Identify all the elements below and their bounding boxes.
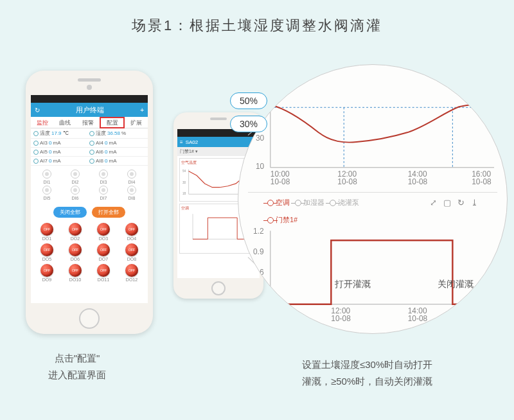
home-button[interactable] — [79, 308, 100, 329]
svg-text:18: 18 — [182, 192, 186, 195]
di-cell: DI1 — [33, 170, 60, 184]
phone-left: ↻ 用户终端 + 监控 曲线 报警 配置 扩展 温度 17.9 ℃ 湿度 36.… — [26, 71, 153, 334]
di-cell: DI3 — [90, 170, 117, 184]
do-button[interactable]: OFFDO2 — [62, 223, 89, 241]
do-button[interactable]: OFFDO3 — [90, 223, 117, 241]
di-cell: DI8 — [118, 186, 145, 200]
sensor-row: AI7 0 mAAI8 0 mA — [31, 157, 148, 166]
di-cell: DI6 — [62, 186, 89, 200]
callout-50: 50% — [230, 92, 267, 109]
do-grid: OFFDO1OFFDO2OFFDO3OFFDO4OFFDO5OFFDO6OFFD… — [31, 220, 148, 284]
tab-bar: 监控 曲线 报警 配置 扩展 — [31, 117, 148, 128]
svg-text:1.2: 1.2 — [253, 227, 264, 236]
tab-extend[interactable]: 扩展 — [125, 117, 148, 128]
refresh-icon[interactable]: ↻ — [35, 107, 40, 114]
control-buttons: 关闭全部 打开全部 — [31, 204, 148, 220]
svg-text:10-08: 10-08 — [331, 314, 351, 323]
annot-open: 打开灌溉 — [335, 279, 371, 290]
svg-text:54: 54 — [182, 170, 186, 173]
do-button[interactable]: OFFDO7 — [90, 243, 117, 261]
do-button[interactable]: OFFDO8 — [118, 243, 145, 261]
phone-left-screen: ↻ 用户终端 + 监控 曲线 报警 配置 扩展 温度 17.9 ℃ 湿度 36.… — [31, 95, 148, 303]
di-cell: DI4 — [118, 170, 145, 184]
svg-text:0.9: 0.9 — [253, 247, 264, 256]
thermo-icon — [33, 131, 39, 136]
svg-text:10-08: 10-08 — [408, 314, 428, 323]
di-cell: DI2 — [62, 170, 89, 184]
chart-state: 1.2 0.9 0.6 0.3 0 12:00 10-08 14:00 10-0… — [248, 227, 497, 324]
close-all-button[interactable]: 关闭全部 — [53, 207, 87, 218]
chart-legend: 空调 加湿器 浇灌泵 ⤢ ▢ ↻ ⤓ — [248, 192, 497, 210]
callout-30: 30% — [230, 116, 267, 132]
chart-humidity: 50 30 10 10:00 10-08 12:00 10-08 14:00 1… — [248, 97, 497, 187]
do-button[interactable]: OFFDO12 — [118, 264, 145, 282]
app-header: ↻ 用户终端 + — [31, 103, 148, 117]
humidity-icon — [89, 131, 94, 136]
header2-title: SA02 — [186, 139, 199, 145]
header-title: 用户终端 — [40, 105, 140, 115]
do-button[interactable]: OFFDO6 — [62, 243, 89, 261]
svg-text:10-08: 10-08 — [408, 177, 428, 186]
do-button[interactable]: OFFDO4 — [118, 223, 145, 241]
sensor-row: AI5 0 mAAI6 0 mA — [31, 148, 148, 157]
refresh-icon[interactable]: ↻ — [457, 198, 465, 207]
do-button[interactable]: OFFDO1 — [33, 223, 60, 241]
svg-text:10: 10 — [256, 162, 265, 171]
annot-close: 关闭灌溉 — [438, 279, 474, 290]
di-cell: DI7 — [90, 186, 117, 200]
do-button[interactable]: OFFDO11 — [90, 264, 117, 282]
tab-curve[interactable]: 曲线 — [54, 117, 77, 128]
zoom-lens: 50 30 10 10:00 10-08 12:00 10-08 14:00 1… — [238, 64, 508, 334]
do-button[interactable]: OFFDO10 — [62, 264, 89, 282]
svg-text:10-08: 10-08 — [472, 177, 492, 186]
app-header2: ≡ SA02 — [177, 137, 260, 147]
caption-right: 设置土壤湿度≤30%时自动打开 灌溉，≥50%时，自动关闭灌溉 — [302, 356, 432, 389]
svg-text:30: 30 — [182, 181, 186, 184]
expand-icon[interactable]: ⤢ — [430, 198, 437, 207]
do-button[interactable]: OFFDO5 — [33, 243, 60, 261]
download-icon[interactable]: ⤓ — [471, 198, 478, 207]
svg-text:10-08: 10-08 — [337, 177, 357, 186]
home-button[interactable] — [211, 281, 226, 295]
di-grid: DI1DI2DI3DI4DI5DI6DI7DI8 — [31, 166, 148, 204]
do-button[interactable]: OFFDO9 — [33, 264, 60, 282]
tab-alarm[interactable]: 报警 — [76, 117, 100, 128]
di-cell: DI5 — [33, 186, 60, 200]
tab-config[interactable]: 配置 — [100, 117, 125, 128]
svg-text:10-08: 10-08 — [270, 177, 290, 186]
svg-text:0: 0 — [267, 306, 272, 315]
caption-left: 点击"配置" 进入配置界面 — [48, 350, 106, 383]
menu-icon[interactable]: ≡ — [180, 139, 183, 145]
chart-legend-2: 门禁1# — [248, 215, 497, 227]
add-icon[interactable]: + — [140, 107, 144, 114]
svg-text:30: 30 — [256, 134, 265, 143]
open-all-button[interactable]: 打开全部 — [92, 207, 125, 218]
layers-icon[interactable]: ▢ — [443, 198, 451, 207]
page-title: 场景1：根据土壤湿度调整水阀滴灌 — [0, 0, 514, 45]
sensor-row: AI3 0 mAAI4 0 mA — [31, 139, 148, 148]
sensor-row-main: 温度 17.9 ℃ 湿度 36.58 % — [31, 128, 148, 139]
tab-monitor[interactable]: 监控 — [31, 117, 54, 128]
statusbar — [31, 95, 148, 103]
